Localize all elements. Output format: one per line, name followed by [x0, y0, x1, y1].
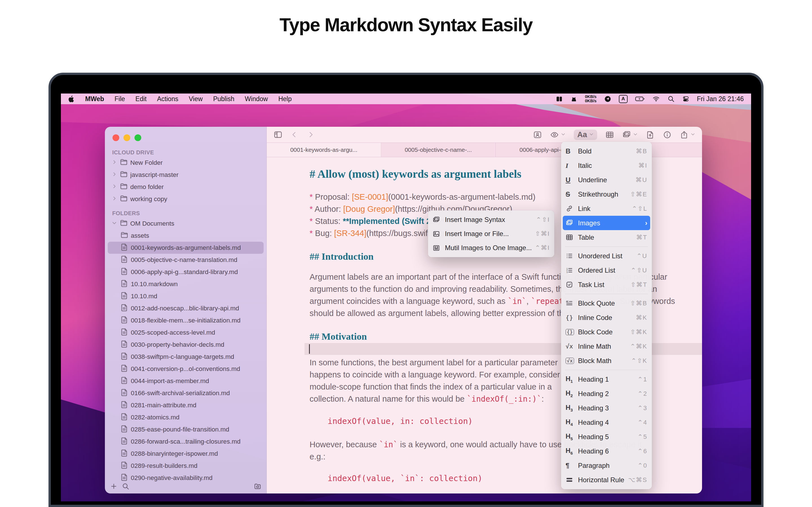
- sidebar-item-10-10-markdown[interactable]: 10.10.markdown: [108, 278, 264, 290]
- submenu-arrow-icon: ›: [645, 219, 647, 227]
- sidebar-item-0166-swift-archival-serialization-md[interactable]: 0166-swift-archival-serialization.md: [108, 387, 264, 399]
- sidebar-item-0038-swiftpm-c-language-targets-md[interactable]: 0038-swiftpm-c-language-targets.md: [108, 351, 264, 363]
- menu-item-task-list[interactable]: Task List⇧⌘T: [561, 277, 652, 292]
- input-source-badge[interactable]: A: [619, 95, 627, 103]
- menu-item-link[interactable]: Link⌃⇧L: [561, 202, 652, 216]
- menu-item-inline-math[interactable]: √xInline Math⌃⌘K: [561, 339, 652, 353]
- minimize-button[interactable]: [123, 134, 130, 141]
- menubar-item-view[interactable]: View: [189, 95, 202, 103]
- sidebar-item-0025-scoped-access-level-md[interactable]: 0025-scoped-access-level.md: [108, 327, 264, 339]
- menu-item-bold[interactable]: BBold⌘B: [561, 144, 652, 158]
- menu-item-images[interactable]: Images›: [563, 216, 650, 230]
- menu-item-icon-wrap: 123: [566, 267, 578, 274]
- sidebar-item-0041-conversion-p-ol-conventions-md[interactable]: 0041-conversion-p...ol-conventions.md: [108, 363, 264, 375]
- sidebar-item-0030-property-behavior-decls-md[interactable]: 0030-property-behavior-decls.md: [108, 339, 264, 351]
- sidebar-item-0018-flexible-mem-se-initialization-md[interactable]: 0018-flexible-mem...se-initialization.md: [108, 314, 264, 327]
- back-icon[interactable]: [290, 130, 299, 139]
- info-panel-button[interactable]: [533, 130, 542, 139]
- menubar-item-window[interactable]: Window: [245, 95, 268, 103]
- menu-item-heading-3[interactable]: H3Heading 3⌃3: [561, 401, 652, 415]
- document-info-button[interactable]: [663, 130, 672, 139]
- menu-item-italic[interactable]: IItalic⌘I: [561, 158, 652, 173]
- apple-menu-icon[interactable]: [68, 95, 75, 103]
- menu-item-heading-4[interactable]: H4Heading 4⌃4: [561, 415, 652, 430]
- menu-item-strikethrough[interactable]: SStrikethrough⇧⌘E: [561, 187, 652, 202]
- sidebar-item-0288-binaryinteger-ispower-md[interactable]: 0288-binaryinteger-ispower.md: [108, 448, 264, 460]
- share-button[interactable]: [680, 130, 695, 139]
- menu-item-underline[interactable]: UUnderline⌘U: [561, 173, 652, 187]
- menu-item-block-math[interactable]: √xBlock Math⌃⇧K: [561, 353, 652, 368]
- chevron-right-icon[interactable]: [112, 171, 119, 179]
- menubar-item-edit[interactable]: Edit: [135, 95, 147, 103]
- chevron-down-icon[interactable]: [112, 220, 119, 227]
- menu-item-heading-2[interactable]: H2Heading 2⌃2: [561, 386, 652, 401]
- sidebar-item-0282-atomics-md[interactable]: 0282-atomics.md: [108, 411, 264, 424]
- sidebar-item-new-folder[interactable]: New Folder: [108, 157, 264, 169]
- sidebar-item-0285-ease-pound-file-transition-md[interactable]: 0285-ease-pound-file-transition.md: [108, 424, 264, 436]
- menubar-clock[interactable]: Fri Jan 26 21:46: [697, 95, 744, 103]
- tab-0005-objective-c-name[interactable]: 0005-objective-c-name-...: [381, 143, 496, 157]
- sidebar-item-assets[interactable]: assets: [108, 230, 264, 242]
- menu-item-mutil-images-to-one-image[interactable]: Mutil Images to One Image...⌃⌘I: [428, 241, 554, 255]
- sidebar-toggle-icon[interactable]: [273, 130, 283, 139]
- forward-icon[interactable]: [306, 130, 315, 139]
- zoom-button[interactable]: [135, 134, 141, 141]
- table-button[interactable]: [605, 130, 614, 139]
- menubar-item-actions[interactable]: Actions: [157, 95, 178, 103]
- menubar-item-publish[interactable]: Publish: [213, 95, 234, 103]
- sidebar-item-0012-add-noescap-blic-library-api-md[interactable]: 0012-add-noescap...blic-library-api.md: [108, 302, 264, 314]
- sidebar-item-0006-apply-api-g-standard-library-md[interactable]: 0006-apply-api-g...standard-library.md: [108, 266, 264, 278]
- sidebar-item-label: 0166-swift-archival-serialization.md: [131, 390, 230, 397]
- sidebar-item-javascript-master[interactable]: javascript-master: [108, 169, 264, 181]
- control-center-icon[interactable]: [682, 96, 689, 103]
- battery-icon[interactable]: [635, 96, 645, 101]
- menu-item-heading-5[interactable]: H5Heading 5⌃5: [561, 430, 652, 444]
- runcat-icon[interactable]: [570, 96, 577, 103]
- menubar-item-help[interactable]: Help: [278, 95, 292, 103]
- sidebar-item-om-documents[interactable]: OM Documents: [108, 217, 264, 230]
- close-button[interactable]: [112, 134, 119, 141]
- menu-item-inline-code[interactable]: {}Inline Code⌘K: [561, 311, 652, 325]
- sidebar-item-0286-forward-sca-trailing-closures-md[interactable]: 0286-forward-sca...trailing-closures.md: [108, 436, 264, 448]
- menu-item-insert-image-or-file[interactable]: Insert Image or File...⇧⌘I: [428, 227, 554, 241]
- tab-0001-keywords-as-argu[interactable]: 0001-keywords-as-argu...: [267, 143, 381, 157]
- menu-item-insert-image-syntax[interactable]: Insert Image Syntax⌃⇧I: [428, 213, 554, 227]
- preview-button[interactable]: [550, 130, 566, 139]
- location-icon[interactable]: [604, 96, 611, 103]
- add-document-icon[interactable]: [110, 483, 117, 490]
- format-button[interactable]: Aa: [574, 129, 597, 140]
- sidebar-item-working-copy[interactable]: working copy: [108, 193, 264, 205]
- sidebar-item-0289-result-builders-md[interactable]: 0289-result-builders.md: [108, 460, 264, 472]
- menu-item-table[interactable]: Table⌘T: [561, 230, 652, 244]
- menu-item-block-code[interactable]: {}Block Code⇧⌘K: [561, 325, 652, 339]
- screen: MWeb FileEditActionsViewPublishWindowHel…: [61, 94, 751, 501]
- chevron-right-icon[interactable]: [112, 183, 119, 191]
- menu-item-unordered-list[interactable]: Unordered List⌃U: [561, 249, 652, 263]
- menu-item-horizontal-rule[interactable]: Horizontal Rule⌥⌘S: [561, 473, 652, 487]
- sidebar-item-0005-objective-c-name-translation-md[interactable]: 0005-objective-c-name-translation.md: [108, 254, 264, 266]
- menu-item-block-quote[interactable]: Block Quote⇧⌘B: [561, 296, 652, 311]
- sidebar-item-10-10-md[interactable]: 10.10.md: [108, 290, 264, 302]
- menu-item-heading-6[interactable]: H6Heading 6⌃6: [561, 444, 652, 458]
- chevron-right-icon[interactable]: [112, 195, 119, 203]
- menu-item-ordered-list[interactable]: 123Ordered List⌃⇧U: [561, 263, 652, 277]
- export-button[interactable]: [646, 130, 655, 139]
- sidebar-item-0001-keywords-as-argument-labels-md[interactable]: 0001-keywords-as-argument-labels.md: [108, 242, 264, 254]
- spotlight-icon[interactable]: [667, 95, 675, 103]
- menubar-item-file[interactable]: File: [114, 95, 125, 103]
- window-manager-icon[interactable]: [556, 96, 563, 103]
- menubar-app-name[interactable]: MWeb: [85, 95, 104, 103]
- sidebar-item-demo-folder[interactable]: demo folder: [108, 181, 264, 193]
- sidebar-item-label: working copy: [130, 195, 167, 203]
- menu-item-paragraph[interactable]: ¶Paragraph⌃0: [561, 458, 652, 473]
- menu-item-label: Heading 6: [578, 447, 638, 455]
- chevron-right-icon[interactable]: [112, 159, 119, 166]
- sidebar-item-0281-main-attribute-md[interactable]: 0281-main-attribute.md: [108, 399, 264, 411]
- search-icon[interactable]: [122, 483, 130, 490]
- browse-folder-icon[interactable]: [254, 483, 261, 490]
- network-speed-indicator[interactable]: 0KB/s0KB/s: [585, 95, 597, 103]
- menu-item-heading-1[interactable]: H1Heading 1⌃1: [561, 372, 652, 386]
- wifi-icon[interactable]: [652, 95, 660, 103]
- sidebar-item-0044-import-as-member-md[interactable]: 0044-import-as-member.md: [108, 375, 264, 387]
- images-button[interactable]: [622, 130, 638, 139]
